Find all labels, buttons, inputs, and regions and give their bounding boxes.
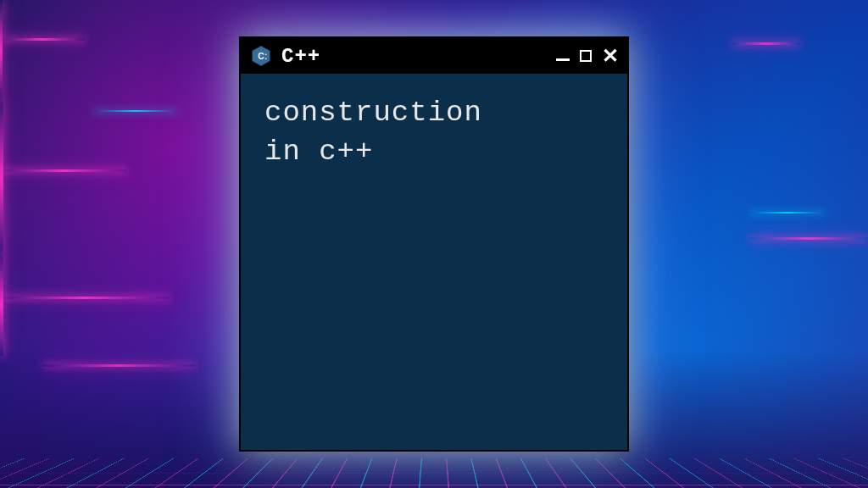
window-controls: ✕: [556, 46, 619, 66]
terminal-window: C + + C++ ✕ construction in c++: [239, 36, 629, 452]
close-button[interactable]: ✕: [602, 46, 619, 66]
window-title: C++: [281, 45, 548, 68]
maximize-button[interactable]: [580, 50, 592, 62]
terminal-line-2: in c++: [264, 133, 604, 172]
cpp-icon: C + +: [249, 44, 273, 68]
terminal-line-1: construction: [264, 94, 604, 133]
titlebar[interactable]: C + + C++ ✕: [241, 38, 627, 74]
terminal-body: construction in c++: [241, 74, 627, 450]
terminal-content: construction in c++: [264, 94, 604, 172]
minimize-button[interactable]: [556, 52, 570, 61]
svg-text:C: C: [258, 52, 264, 61]
